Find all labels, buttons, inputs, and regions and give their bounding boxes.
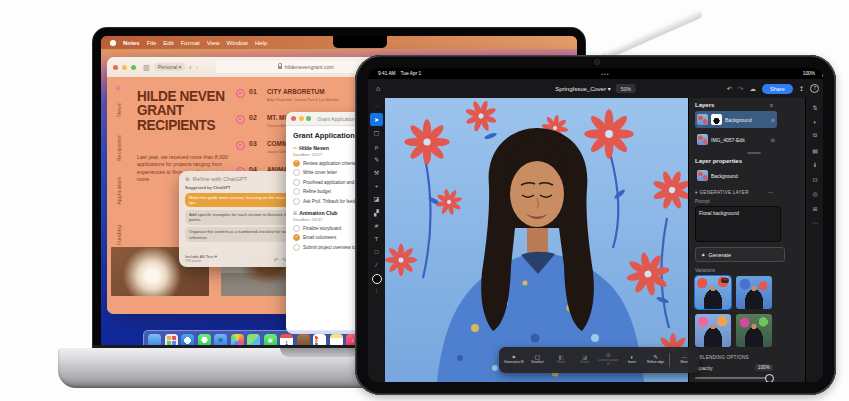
- move-tool-icon[interactable]: ➤: [370, 113, 383, 126]
- slider-knob[interactable]: [765, 374, 774, 382]
- dock-icon-safari[interactable]: [181, 334, 194, 346]
- content-aware-fill-button[interactable]: ⊞Content-aware fill: [597, 353, 621, 366]
- generative-layer-section[interactable]: ▾ GENERATIVE LAYER ⋯: [695, 190, 773, 195]
- toolbar-handle-icon[interactable]: ⋯: [370, 100, 383, 113]
- prompt-input[interactable]: Floral background: [695, 206, 781, 242]
- mask-button[interactable]: ◧Mask: [549, 355, 573, 365]
- erase-button[interactable]: ◪Erase: [573, 355, 597, 365]
- dock-icon-maps[interactable]: [247, 334, 260, 346]
- dock-icon-notes[interactable]: [330, 334, 343, 346]
- generate-button[interactable]: ✦ Generate: [695, 247, 785, 262]
- deselect-button[interactable]: ▢Deselect: [526, 355, 550, 365]
- variation-more-icon[interactable]: ⋯: [721, 278, 729, 283]
- duplicate-icon[interactable]: ⧉: [813, 132, 817, 139]
- undo-icon[interactable]: ↶: [727, 85, 732, 93]
- zoom-window-button[interactable]: [306, 116, 311, 121]
- add-layer-icon[interactable]: ⊞: [812, 205, 817, 212]
- transform-tool-icon[interactable]: ▢: [370, 126, 383, 139]
- preview-eye-icon[interactable]: ◎: [812, 190, 817, 197]
- dock-icon-photo-booth[interactable]: [297, 334, 310, 346]
- more-tools-icon[interactable]: ⋮: [370, 284, 383, 297]
- layer-row[interactable]: Background ⊙: [695, 111, 777, 128]
- home-icon[interactable]: ⌂: [376, 85, 380, 92]
- minimize-window-button[interactable]: [122, 65, 127, 70]
- visibility-eye-icon[interactable]: ⊙: [771, 117, 775, 123]
- visibility-eye-icon[interactable]: ⊙: [771, 137, 775, 143]
- document-title-group[interactable]: SpringIssue_Cover ▾ 50%: [555, 79, 636, 98]
- menu-item-edit[interactable]: Edit: [163, 40, 173, 46]
- site-nav-recipients[interactable]: Recipients: [116, 135, 122, 161]
- layer-row[interactable]: IMG_4057-Edit ⊙: [695, 131, 777, 148]
- variation-thumbnail-selected[interactable]: ⋯: [695, 276, 731, 309]
- site-nav-application[interactable]: Application: [116, 177, 122, 205]
- opacity-value[interactable]: 100%: [755, 364, 773, 371]
- profile-switcher[interactable]: Personal ▾: [154, 63, 186, 71]
- forward-button[interactable]: ›: [196, 64, 198, 71]
- generative-fill-button[interactable]: ✦Generative fill: [502, 355, 526, 365]
- dock-icon-facetime[interactable]: ▣: [264, 334, 277, 346]
- clone-stamp-tool-icon[interactable]: ⚒: [370, 166, 383, 179]
- close-window-button[interactable]: [113, 65, 118, 70]
- gradient-tool-icon[interactable]: ▞: [370, 206, 383, 219]
- menu-app-name[interactable]: Notes: [123, 40, 140, 46]
- checkbox-icon[interactable]: [293, 179, 300, 186]
- type-tool-icon[interactable]: T: [370, 232, 383, 245]
- canvas[interactable]: [385, 98, 688, 382]
- checkbox-icon[interactable]: [293, 225, 300, 232]
- help-icon[interactable]: ?: [810, 84, 819, 93]
- lasso-tool-icon[interactable]: ρ: [370, 140, 383, 153]
- info-icon[interactable]: ℹ: [814, 161, 816, 168]
- brush-tool-icon[interactable]: ✎: [370, 153, 383, 166]
- menu-item-view[interactable]: View: [207, 40, 220, 46]
- blending-options-section[interactable]: ▾ BLENDING OPTIONS: [695, 355, 773, 360]
- menu-item-format[interactable]: Format: [181, 40, 200, 46]
- more-panels-icon[interactable]: ⋯: [812, 219, 818, 226]
- zoom-level[interactable]: 50%: [616, 84, 636, 93]
- dock-icon-launchpad[interactable]: [165, 334, 178, 346]
- layer-filter-icon[interactable]: ≡: [770, 102, 773, 108]
- more-button[interactable]: ⋯More: [672, 355, 696, 365]
- shapes-tool-icon[interactable]: □: [370, 245, 383, 258]
- crop-tool-icon[interactable]: #: [370, 219, 383, 232]
- dock-icon-messages[interactable]: [198, 334, 211, 346]
- redo-icon[interactable]: ↷: [738, 85, 743, 93]
- list-item[interactable]: 01 CITY ARBORETUM Ailyn Reynolds, Gaston…: [236, 85, 368, 111]
- dock-icon-finder[interactable]: [148, 334, 161, 346]
- comments-icon[interactable]: ▤: [812, 147, 818, 154]
- export-panel-icon[interactable]: ⇅: [812, 104, 817, 111]
- checkbox-checked-icon[interactable]: [293, 234, 300, 241]
- close-window-button[interactable]: [291, 116, 296, 121]
- share-button[interactable]: Share: [762, 84, 793, 94]
- eraser-tool-icon[interactable]: ◪: [370, 192, 383, 205]
- site-nav-funding[interactable]: Funding: [116, 225, 122, 245]
- adjustments-icon[interactable]: ◐: [813, 119, 817, 125]
- site-nav-news[interactable]: News: [116, 103, 122, 117]
- dock-icon-reminders[interactable]: [313, 334, 326, 346]
- export-icon[interactable]: ↥: [799, 85, 804, 93]
- more-options-icon[interactable]: ⋯: [768, 190, 773, 195]
- crop-panel-icon[interactable]: ⊡: [812, 176, 817, 183]
- dock-icon-mail[interactable]: ✉: [214, 334, 227, 346]
- checkbox-icon[interactable]: [293, 244, 300, 251]
- refine-edge-button[interactable]: ✎Refine edge: [644, 355, 668, 365]
- invert-button[interactable]: ◐Invert: [620, 355, 644, 365]
- checkbox-checked-icon[interactable]: [293, 160, 300, 167]
- checkbox-icon[interactable]: [293, 198, 300, 205]
- eyedropper-tool-icon[interactable]: ∕: [370, 258, 383, 271]
- minimize-window-button[interactable]: [299, 116, 304, 121]
- menu-item-window[interactable]: Window: [227, 40, 248, 46]
- multitasking-indicator[interactable]: •••: [601, 71, 609, 77]
- dock-icon-calendar[interactable]: 1: [280, 334, 293, 346]
- panel-drag-handle[interactable]: [747, 152, 761, 154]
- back-button[interactable]: ‹: [189, 64, 191, 71]
- variation-thumbnail[interactable]: [695, 314, 731, 347]
- menu-item-file[interactable]: File: [147, 40, 157, 46]
- cloud-sync-icon[interactable]: ☁: [750, 85, 757, 93]
- zoom-window-button[interactable]: [131, 65, 136, 70]
- healing-brush-tool-icon[interactable]: +: [370, 179, 383, 192]
- opacity-slider[interactable]: [695, 377, 773, 379]
- checkbox-icon[interactable]: [293, 188, 300, 195]
- color-swatch[interactable]: [372, 274, 382, 284]
- variation-thumbnail[interactable]: [736, 314, 772, 347]
- dock-icon-photos[interactable]: [231, 334, 244, 346]
